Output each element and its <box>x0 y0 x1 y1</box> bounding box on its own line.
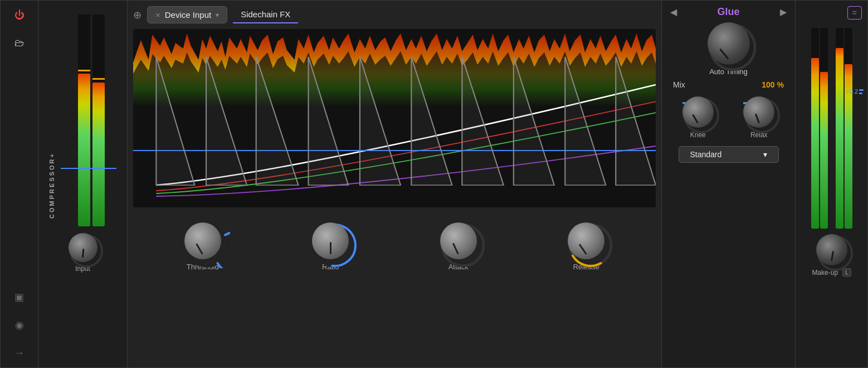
output-meter-1 <box>811 28 819 229</box>
input-knob-wrap: Input <box>69 233 97 273</box>
dropdown-value: Standard <box>690 150 722 159</box>
folder-icon[interactable]: 🗁 <box>11 34 28 52</box>
square-icon[interactable]: ▣ <box>11 288 28 306</box>
output-meter-4 <box>845 28 852 229</box>
arrow-icon[interactable]: → <box>11 344 28 362</box>
db-readout: +0.2 <box>846 88 858 95</box>
input-section: COMPRESSOR+ <box>38 1 128 367</box>
far-right-panel: = <box>795 1 867 367</box>
device-dropdown-arrow[interactable]: ▾ <box>216 11 219 19</box>
attack-knob[interactable] <box>440 222 477 259</box>
relax-knob-item: Relax <box>743 96 774 139</box>
input-meters <box>78 14 105 226</box>
auto-timing-section: Auto Timing <box>667 22 789 76</box>
far-right-top: = <box>798 6 865 20</box>
waveform-display <box>133 29 656 207</box>
threshold-knob-item: Threshold <box>184 222 221 271</box>
power-icon[interactable]: ⏻ <box>11 6 28 24</box>
output-meter-2 <box>820 28 828 229</box>
close-icon[interactable]: × <box>155 10 160 20</box>
glue-header: ◀ Glue ▶ <box>667 6 789 18</box>
release-knob-item: Release <box>568 222 604 271</box>
makeup-section: Make-up L <box>812 234 851 277</box>
prev-arrow[interactable]: ◀ <box>670 7 677 17</box>
threshold-knob[interactable] <box>184 222 221 259</box>
auto-timing-knob[interactable] <box>708 22 750 65</box>
ratio-knob-item: Ratio <box>312 222 349 271</box>
input-threshold-line <box>61 168 116 169</box>
knee-relax-row: Knee Relax <box>667 96 789 139</box>
relax-knob[interactable] <box>743 96 774 128</box>
knobs-row: Threshold Ratio <box>133 213 656 280</box>
device-input-button[interactable]: × Device Input ▾ <box>147 6 227 23</box>
main-center: ⊕ × Device Input ▾ Sidechain FX <box>128 1 661 367</box>
compressor-label: COMPRESSOR+ <box>48 152 55 219</box>
makeup-knob[interactable] <box>816 234 847 265</box>
knee-knob-item: Knee <box>682 96 714 139</box>
input-meter-left <box>78 14 90 226</box>
knee-knob[interactable] <box>682 96 714 128</box>
sidechain-button[interactable]: Sidechain FX <box>233 6 298 23</box>
attack-knob-item: Attack <box>440 222 477 271</box>
mix-row: Mix 100 % <box>667 80 789 89</box>
dropdown-arrow: ▾ <box>763 150 767 159</box>
glue-title: Glue <box>717 6 739 18</box>
mix-value[interactable]: 100 % <box>762 80 784 89</box>
mix-label: Mix <box>673 80 685 89</box>
input-meter-right <box>92 14 105 226</box>
mode-dropdown[interactable]: Standard ▾ <box>679 146 779 163</box>
input-knob[interactable] <box>69 233 97 262</box>
top-bar: ⊕ × Device Input ▾ Sidechain FX <box>133 6 656 23</box>
circle-icon[interactable]: ◉ <box>11 316 28 334</box>
output-meter-3 <box>836 28 843 229</box>
left-sidebar: ⏻ 🗁 ▣ ◉ → <box>1 1 38 367</box>
device-label: Device Input <box>165 10 211 20</box>
next-arrow[interactable]: ▶ <box>780 7 787 17</box>
compressor-plugin: ⏻ 🗁 ▣ ◉ → COMPRESSOR+ <box>0 0 868 368</box>
ratio-knob[interactable] <box>312 222 349 259</box>
right-panel: ◀ Glue ▶ Auto Timing Mix 100 % <box>661 1 795 367</box>
network-icon[interactable]: ⊕ <box>133 9 142 21</box>
release-knob[interactable] <box>568 222 604 259</box>
dropdown-row: Standard ▾ <box>667 146 789 163</box>
equals-button[interactable]: = <box>847 6 862 20</box>
